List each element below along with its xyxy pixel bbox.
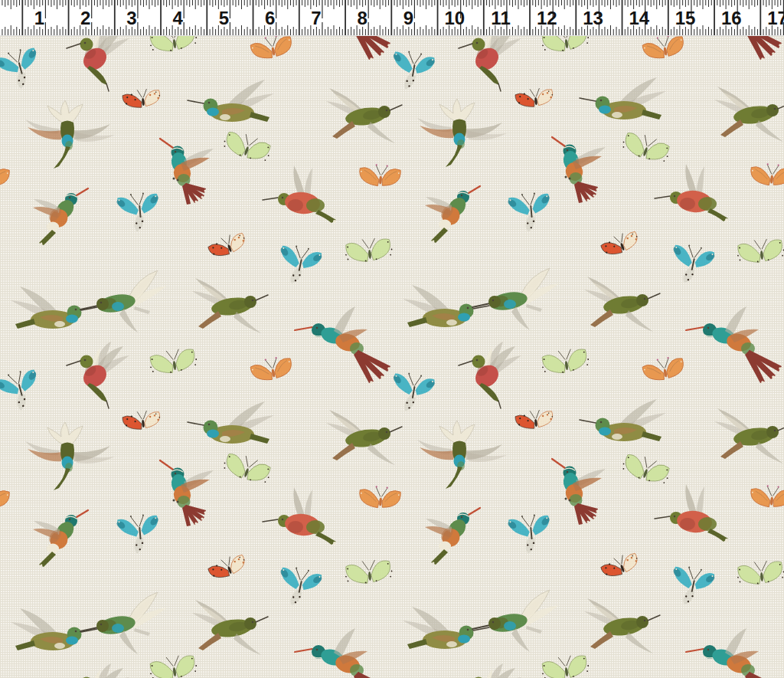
motif-bird-f: [33, 510, 88, 567]
motif-bf-green: [221, 128, 273, 165]
motif-bf-red: [122, 410, 161, 431]
ruler-number: 10: [444, 8, 465, 28]
motif-bf-green: [344, 558, 393, 585]
motif-bird-e: [714, 87, 784, 142]
ruler-number: 1: [34, 8, 44, 28]
motif-bird-f: [425, 508, 480, 565]
motif-bf-orange: [249, 355, 295, 383]
motif-bf-blue: [387, 48, 437, 93]
motif-bf-green: [149, 653, 198, 678]
motif-bf-blue: [115, 192, 162, 234]
ruler: 1234567891011121314151617: [0, 0, 784, 36]
motif-bird-a: [67, 342, 129, 408]
motif-bird-b: [580, 399, 666, 441]
motif-bird-b: [188, 401, 274, 444]
motif-bird-d2: [295, 306, 390, 384]
motif-bird-a: [459, 342, 521, 408]
motif-bf-blue: [387, 370, 437, 415]
motif-bf-blue: [506, 192, 554, 234]
motif-bird-b: [580, 77, 666, 120]
motif-bird-g: [472, 590, 559, 652]
motif-bf-orange: [358, 484, 403, 509]
motif-bird-e: [584, 277, 660, 332]
motif-bird-d2: [686, 628, 782, 678]
motif-bird-d2: [686, 306, 782, 384]
motif-bf-green: [620, 450, 672, 487]
motif-bf-red: [514, 87, 554, 109]
motif-bf-blue: [665, 563, 717, 610]
motif-bf-orange: [249, 33, 295, 61]
motif-bf-blue: [115, 513, 162, 555]
motif-bird-c: [417, 421, 507, 489]
motif-bird-h: [655, 164, 728, 221]
motif-bird-h: [263, 165, 336, 223]
motif-bird-d2: [295, 628, 390, 678]
motif-bf-orange: [641, 33, 687, 61]
motif-bird-e: [326, 88, 402, 143]
motif-bf-orange: [0, 484, 11, 509]
motif-bf-green: [149, 347, 198, 375]
ruler-number: 5: [219, 8, 229, 28]
motif-bf-red: [599, 229, 641, 258]
motif-bf-red: [207, 231, 248, 260]
hummingbird-butterfly-pattern: [0, 0, 784, 678]
motif-bird-f: [33, 188, 88, 245]
ruler-number: 6: [265, 8, 275, 28]
motif-bf-green: [221, 450, 273, 486]
motif-bf-green: [541, 653, 590, 678]
motif-bird-e: [192, 278, 268, 333]
motif-bf-red: [599, 551, 641, 580]
ruler-number: 16: [721, 8, 742, 28]
motif-bf-blue: [0, 45, 46, 93]
ruler-ticks: 1234567891011121314151617: [0, 0, 784, 35]
motif-bird-e: [326, 410, 402, 465]
motif-bf-green: [541, 347, 590, 375]
motif-bird-g: [80, 592, 167, 654]
motif-bf-blue: [273, 242, 324, 289]
motif-bf-red: [122, 88, 161, 110]
ruler-number: 17: [767, 8, 784, 28]
motif-bf-blue: [665, 241, 717, 288]
ruler-number: 14: [629, 8, 649, 28]
motif-bird-f: [425, 186, 480, 243]
motif-bird-d: [552, 137, 606, 203]
motif-layer: [0, 0, 784, 678]
motif-bird-d: [160, 460, 214, 526]
ruler-number: 8: [358, 8, 368, 28]
motif-bird-b: [188, 80, 274, 122]
motif-bird-b: [11, 287, 97, 329]
motif-bird-d: [552, 459, 606, 525]
motif-bird-a: [459, 663, 521, 678]
motif-bird-h: [263, 487, 336, 545]
motif-bird-g: [80, 270, 167, 332]
ruler-number: 2: [80, 8, 90, 28]
motif-bird-c: [25, 100, 115, 169]
ruler-number: 3: [126, 8, 136, 28]
ruler-number: 11: [491, 8, 510, 28]
motif-bf-blue: [506, 513, 554, 555]
ruler-number: 12: [537, 8, 557, 28]
fabric-swatch: 1234567891011121314151617: [0, 0, 784, 678]
motif-bf-orange: [641, 355, 687, 383]
motif-bird-h: [655, 484, 728, 542]
motif-bf-red: [207, 552, 248, 581]
motif-bf-orange: [0, 162, 11, 188]
motif-bf-green: [736, 559, 784, 585]
motif-bf-orange: [358, 162, 403, 188]
motif-bird-e: [584, 598, 660, 653]
motif-bird-g: [472, 268, 559, 330]
motif-bf-blue: [0, 367, 46, 415]
motif-bf-orange: [750, 162, 784, 187]
motif-bf-green: [736, 237, 784, 264]
motif-bf-orange: [750, 483, 784, 509]
motif-bird-b: [11, 608, 97, 650]
ruler-number: 13: [583, 8, 603, 28]
motif-bird-e: [192, 600, 268, 655]
motif-bird-c: [417, 99, 507, 167]
ruler-number: 15: [675, 8, 696, 28]
ruler-number: 9: [403, 8, 413, 28]
motif-bf-red: [514, 409, 554, 431]
ruler-number: 7: [311, 8, 321, 28]
motif-bird-c: [25, 422, 115, 490]
motif-bf-green: [344, 237, 393, 263]
